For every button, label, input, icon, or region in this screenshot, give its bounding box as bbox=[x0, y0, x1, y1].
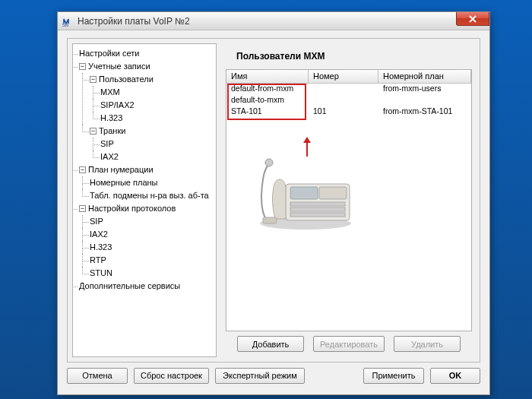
tree-item-p-sip[interactable]: SIP bbox=[90, 217, 103, 226]
col-header-number[interactable]: Номер bbox=[309, 70, 378, 83]
tree-item-trunks[interactable]: Транки bbox=[99, 126, 125, 135]
delete-button[interactable]: Удалить bbox=[394, 336, 461, 352]
expert-mode-button[interactable]: Экспертный режим bbox=[215, 368, 305, 384]
cell-name: STA-101 bbox=[226, 106, 309, 118]
svg-rect-4 bbox=[290, 202, 345, 206]
cell-number: 101 bbox=[309, 106, 378, 118]
panel-title: Пользователи MXM bbox=[223, 43, 475, 68]
tree-item-iax2[interactable]: IAX2 bbox=[100, 152, 119, 161]
cell-plan: from-mxm-users bbox=[378, 84, 471, 95]
dialog-button-bar: Отмена Сброс настроек Экспертный режим П… bbox=[67, 366, 480, 385]
cell-name: default-to-mxm bbox=[226, 95, 309, 106]
client-area: Настройки сети −Учетные записи −Пользова… bbox=[64, 35, 483, 388]
tree-item-h323[interactable]: H.323 bbox=[100, 113, 122, 122]
grid-header: Имя Номер Номерной план bbox=[226, 70, 471, 84]
close-icon bbox=[469, 15, 477, 23]
panel-button-bar: Добавить Редактировать Удалить bbox=[226, 336, 472, 354]
cell-number bbox=[309, 84, 378, 95]
table-row[interactable]: STA-101 101 from-mxm-STA-101 bbox=[226, 106, 471, 118]
expander-icon[interactable]: − bbox=[90, 128, 97, 135]
close-button[interactable] bbox=[456, 12, 489, 26]
svg-text:500: 500 bbox=[62, 23, 69, 27]
expander-icon[interactable]: − bbox=[90, 76, 97, 83]
users-grid[interactable]: Имя Номер Номерной план default-from-mxm… bbox=[226, 69, 472, 331]
cell-number bbox=[309, 95, 378, 106]
tree-item-p-stun[interactable]: STUN bbox=[90, 268, 112, 277]
content-panel: Пользователи MXM Имя Номер Номерной план… bbox=[223, 43, 475, 357]
cancel-button[interactable]: Отмена bbox=[67, 368, 128, 384]
expander-icon[interactable]: − bbox=[79, 63, 86, 70]
expander-icon[interactable]: − bbox=[79, 166, 86, 173]
tree-item-sipiax2[interactable]: SIP/IAX2 bbox=[100, 100, 135, 109]
expander-icon[interactable]: − bbox=[79, 205, 86, 212]
tree-item-subst[interactable]: Табл. подмены н-ра выз. аб-та bbox=[90, 191, 209, 200]
window-title: Настройки платы VoIP №2 bbox=[78, 16, 190, 27]
tree-item-sip[interactable]: SIP bbox=[100, 139, 114, 148]
table-row[interactable]: default-from-mxm from-mxm-users bbox=[226, 84, 471, 95]
annotation-arrow-icon bbox=[302, 137, 312, 158]
tree-item-extra[interactable]: Дополнительные сервисы bbox=[79, 281, 180, 290]
nav-tree[interactable]: Настройки сети −Учетные записи −Пользова… bbox=[72, 43, 217, 357]
tree-item-numplans[interactable]: Номерные планы bbox=[90, 178, 158, 187]
ok-button[interactable]: OK bbox=[430, 368, 480, 384]
apply-button[interactable]: Применить bbox=[363, 368, 424, 384]
svg-point-8 bbox=[265, 159, 273, 166]
tree-item-network[interactable]: Настройки сети bbox=[79, 49, 139, 58]
svg-rect-6 bbox=[290, 213, 345, 217]
tree-item-protocols[interactable]: Настройки протоколов bbox=[88, 204, 176, 213]
inner-frame: Настройки сети −Учетные записи −Пользова… bbox=[67, 38, 480, 363]
tree-item-dialplan[interactable]: План нумерации bbox=[88, 165, 154, 174]
tree-item-users[interactable]: Пользователи bbox=[99, 74, 154, 84]
edit-button[interactable]: Редактировать bbox=[313, 336, 385, 352]
table-row[interactable]: default-to-mxm bbox=[226, 95, 471, 106]
settings-window: 500 Настройки платы VoIP №2 Настройки се… bbox=[57, 11, 490, 395]
cell-name: default-from-mxm bbox=[226, 84, 309, 95]
grid-body: default-from-mxm from-mxm-users default-… bbox=[226, 84, 471, 118]
tree-item-p-rtp[interactable]: RTP bbox=[90, 255, 106, 264]
svg-rect-3 bbox=[290, 187, 318, 199]
col-header-plan[interactable]: Номерной план bbox=[378, 70, 471, 83]
tree-item-p-h323[interactable]: H.323 bbox=[90, 242, 112, 252]
svg-rect-5 bbox=[290, 207, 345, 211]
add-button[interactable]: Добавить bbox=[237, 336, 304, 352]
cell-plan: from-mxm-STA-101 bbox=[378, 106, 471, 118]
tree-item-p-iax2[interactable]: IAX2 bbox=[90, 230, 108, 239]
titlebar[interactable]: 500 Настройки платы VoIP №2 bbox=[58, 12, 489, 30]
phone-illustration bbox=[252, 157, 359, 233]
app-logo: 500 bbox=[62, 16, 73, 27]
reset-button[interactable]: Сброс настроек bbox=[134, 368, 209, 384]
svg-rect-9 bbox=[263, 217, 277, 223]
tree-item-accounts[interactable]: Учетные записи bbox=[88, 62, 150, 71]
col-header-name[interactable]: Имя bbox=[226, 70, 309, 83]
svg-rect-7 bbox=[319, 187, 347, 199]
tree-item-mxm[interactable]: MXM bbox=[100, 87, 120, 97]
cell-plan bbox=[378, 95, 471, 106]
